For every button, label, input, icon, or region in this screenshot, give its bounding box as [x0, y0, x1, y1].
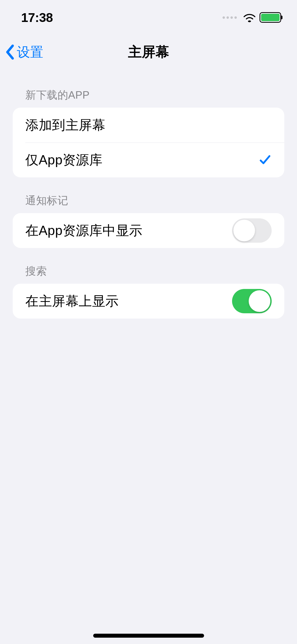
back-label: 设置 — [17, 43, 43, 61]
row-show-on-home: 在主屏幕上显示 — [13, 284, 284, 319]
row-add-to-home[interactable]: 添加到主屏幕 — [13, 108, 284, 142]
group-search: 在主屏幕上显示 — [13, 284, 284, 319]
page-title: 主屏幕 — [128, 43, 169, 61]
content: 新下载的APP 添加到主屏幕 仅App资源库 通知标记 在App资源库中显示 — [0, 88, 297, 319]
status-indicators — [223, 12, 281, 23]
status-time: 17:38 — [21, 10, 53, 25]
section-notification-badges: 通知标记 在App资源库中显示 — [13, 193, 284, 248]
row-label: 在App资源库中显示 — [25, 222, 143, 240]
chevron-left-icon — [5, 44, 15, 60]
row-show-in-app-library: 在App资源库中显示 — [13, 213, 284, 248]
home-indicator[interactable] — [93, 634, 204, 638]
status-bar: 17:38 — [0, 0, 297, 35]
row-app-library-only[interactable]: 仅App资源库 — [13, 142, 284, 177]
section-header-new-downloads: 新下载的APP — [13, 88, 284, 108]
battery-icon — [260, 12, 281, 23]
nav-bar: 设置 主屏幕 — [0, 35, 297, 69]
row-label: 添加到主屏幕 — [25, 116, 105, 134]
wifi-icon — [243, 13, 256, 22]
checkmark-icon — [258, 153, 272, 167]
signal-dots-icon — [223, 16, 237, 19]
section-search: 搜索 在主屏幕上显示 — [13, 264, 284, 319]
section-header-search: 搜索 — [13, 264, 284, 284]
row-label: 仅App资源库 — [25, 151, 102, 169]
group-notification-badges: 在App资源库中显示 — [13, 213, 284, 248]
toggle-show-on-home[interactable] — [232, 289, 272, 313]
back-button[interactable]: 设置 — [5, 43, 43, 61]
row-label: 在主屏幕上显示 — [25, 292, 119, 310]
section-new-downloads: 新下载的APP 添加到主屏幕 仅App资源库 — [13, 88, 284, 177]
section-header-notification-badges: 通知标记 — [13, 193, 284, 213]
group-new-downloads: 添加到主屏幕 仅App资源库 — [13, 108, 284, 177]
toggle-show-in-app-library[interactable] — [232, 218, 272, 243]
